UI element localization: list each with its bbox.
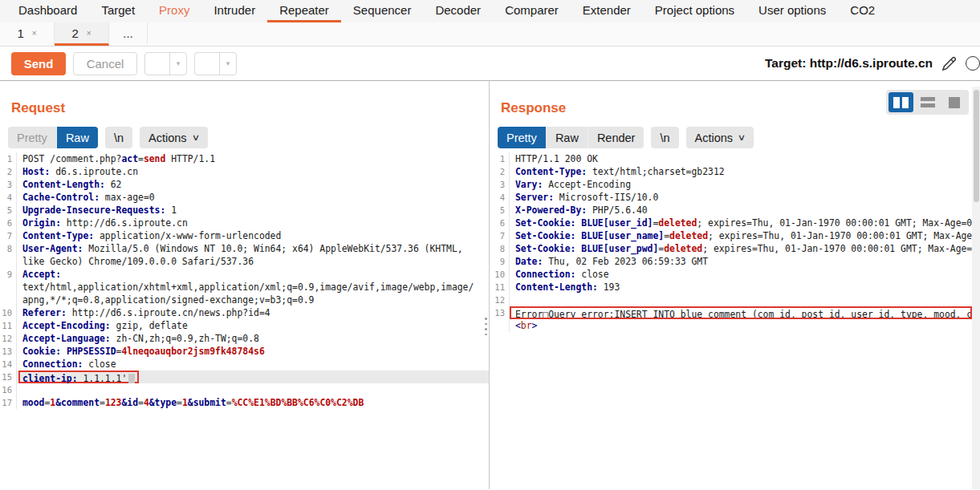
- line-number: [490, 319, 510, 332]
- request-line-5[interactable]: 5Upgrade-Insecure-Requests: 1: [0, 204, 489, 217]
- request-line-15[interactable]: 15client-ip: 1.1.1.1': [0, 371, 489, 383]
- line-number: 1: [0, 152, 17, 165]
- clipped-circle-icon[interactable]: [966, 56, 980, 71]
- line-number: 8: [490, 242, 510, 255]
- request-tab-raw[interactable]: Raw: [56, 127, 98, 148]
- back-dropdown-icon[interactable]: ▾: [169, 53, 186, 75]
- tab-label: 1: [17, 26, 23, 40]
- view-columns-button[interactable]: [889, 92, 913, 112]
- line-number: 16: [0, 383, 17, 396]
- response-line-9[interactable]: 9Date: Thu, 02 Feb 2023 06:59:33 GMT: [490, 255, 972, 268]
- response-line-4[interactable]: 4Server: Microsoft-IIS/10.0: [490, 191, 972, 204]
- menu-item-extender[interactable]: Extender: [571, 0, 643, 22]
- request-line-4[interactable]: 4Cache-Control: max-age=0: [0, 191, 489, 204]
- menu-item-proxy[interactable]: Proxy: [147, 0, 201, 22]
- next-request-button[interactable]: > ▾: [194, 52, 237, 75]
- response-scrollbar[interactable]: [972, 87, 980, 489]
- request-tab-newline[interactable]: \n: [105, 127, 132, 148]
- view-single-button[interactable]: [941, 92, 966, 112]
- scrollbar-thumb[interactable]: [974, 90, 979, 202]
- response-line-3[interactable]: 3Vary: Accept-Encoding: [490, 178, 972, 191]
- request-line-17[interactable]: 17mood=1&comment=123&id=4&type=1&submit=…: [0, 396, 489, 409]
- menu-item-user-options[interactable]: User options: [746, 0, 838, 22]
- response-subtabs: Pretty Raw Render \n Actions ∨: [498, 127, 980, 148]
- request-line-7[interactable]: 7Content-Type: application/x-www-form-ur…: [0, 229, 489, 242]
- response-actions-menu[interactable]: Actions ∨: [686, 127, 754, 148]
- response-line-1[interactable]: 1HTTP/1.1 200 OK: [490, 152, 972, 165]
- menu-item-project-options[interactable]: Project options: [643, 0, 746, 22]
- response-line-5[interactable]: 5X-Powered-By: PHP/5.6.40: [490, 204, 972, 217]
- repeater-tab-2[interactable]: 2×: [55, 22, 109, 46]
- request-line-wrap-8[interactable]: like Gecko) Chrome/109.0.0.0 Safari/537.…: [0, 255, 489, 268]
- menu-item-intruder[interactable]: Intruder: [201, 0, 267, 22]
- response-line-2[interactable]: 2Content-Type: text/html;charset=gb2312: [490, 165, 972, 178]
- line-content: text/html,application/xhtml+xml,applicat…: [17, 281, 489, 294]
- repeater-tab-[interactable]: ...: [109, 22, 148, 46]
- edit-pencil-icon[interactable]: [940, 55, 958, 73]
- line-content: Accept-Language: zh-CN,zh;q=0.9,zh-TW;q=…: [17, 332, 489, 345]
- request-line-9[interactable]: 9Accept:: [0, 268, 489, 281]
- line-content: Accept:: [17, 268, 489, 281]
- line-number: 13: [490, 306, 510, 319]
- response-tab-render[interactable]: Render: [588, 127, 645, 148]
- response-line-7[interactable]: 7Set-Cookie: BLUE[user_name]=deleted; ex…: [490, 229, 972, 242]
- request-line-wrap-11[interactable]: apng,*/*;q=0.8,application/signed-exchan…: [0, 294, 489, 306]
- line-content: Upgrade-Insecure-Requests: 1: [17, 204, 489, 217]
- request-line-6[interactable]: 6Origin: http://d6.s.iproute.cn: [0, 217, 489, 229]
- response-tab-raw[interactable]: Raw: [546, 127, 588, 148]
- close-icon[interactable]: ×: [32, 29, 37, 38]
- line-number: 12: [490, 294, 510, 306]
- line-number: 5: [0, 204, 17, 217]
- request-line-3[interactable]: 3Content-Length: 62: [0, 178, 489, 191]
- request-line-13[interactable]: 13Cookie: PHPSESSID=4lneqoauqbor2jsm9fk4…: [0, 345, 489, 358]
- send-button[interactable]: Send: [11, 52, 66, 75]
- chevron-down-icon: ∨: [738, 132, 746, 143]
- line-content: Content-Type: application/x-www-form-url…: [17, 229, 489, 242]
- request-line-1[interactable]: 1POST /comment.php?act=send HTTP/1.1: [0, 152, 489, 165]
- line-content: like Gecko) Chrome/109.0.0.0 Safari/537.…: [17, 255, 489, 268]
- menu-item-target[interactable]: Target: [89, 0, 147, 22]
- menu-item-dashboard[interactable]: Dashboard: [6, 0, 89, 22]
- repeater-tab-1[interactable]: 1×: [0, 22, 55, 46]
- response-line-11[interactable]: 11Content-Length: 193: [490, 281, 972, 294]
- response-line-8[interactable]: 8Set-Cookie: BLUE[user_pwd]=deleted; exp…: [490, 242, 972, 255]
- response-line-wrap-13[interactable]: <br>: [490, 319, 972, 332]
- request-line-10[interactable]: 10Referer: http://d6.s.iproute.cn/news.p…: [0, 306, 489, 319]
- line-content: User-Agent: Mozilla/5.0 (Windows NT 10.0…: [17, 242, 489, 255]
- request-tab-pretty[interactable]: Pretty: [8, 127, 56, 148]
- response-line-12[interactable]: 12: [490, 294, 972, 306]
- response-line-10[interactable]: 10Connection: close: [490, 268, 972, 281]
- line-content: client-ip: 1.1.1.1': [17, 371, 489, 383]
- request-line-2[interactable]: 2Host: d6.s.iproute.cn: [0, 165, 489, 178]
- view-rows-button[interactable]: [915, 92, 940, 112]
- request-panel: Request Pretty Raw \n Actions ∨ 1POST /c…: [0, 81, 490, 489]
- close-icon[interactable]: ×: [87, 29, 91, 38]
- repeater-tab-bar: 1×2×...: [0, 22, 980, 47]
- response-tab-pretty[interactable]: Pretty: [498, 127, 546, 148]
- menu-item-decoder[interactable]: Decoder: [423, 0, 493, 22]
- response-line-6[interactable]: 6Set-Cookie: BLUE[user_id]=deleted; expi…: [490, 217, 972, 229]
- menu-item-comparer[interactable]: Comparer: [493, 0, 571, 22]
- request-line-12[interactable]: 12Accept-Language: zh-CN,zh;q=0.9,zh-TW;…: [0, 332, 489, 345]
- forward-arrow-icon[interactable]: >: [195, 53, 219, 75]
- cancel-button[interactable]: Cancel: [73, 52, 137, 75]
- menu-item-co2[interactable]: CO2: [838, 0, 887, 22]
- previous-request-button[interactable]: < ▾: [144, 52, 187, 75]
- response-editor[interactable]: 1HTTP/1.1 200 OK2Content-Type: text/html…: [490, 152, 972, 489]
- split-divider-handle[interactable]: [485, 318, 487, 335]
- line-content: <br>: [510, 319, 972, 332]
- response-line-13[interactable]: 13Error□Query error:INSERT INTO blue_com…: [490, 306, 972, 319]
- request-line-11[interactable]: 11Accept-Encoding: gzip, deflate: [0, 319, 489, 332]
- request-line-wrap-10[interactable]: text/html,application/xhtml+xml,applicat…: [0, 281, 489, 294]
- line-number: 3: [490, 178, 510, 191]
- back-arrow-icon[interactable]: <: [145, 53, 169, 75]
- response-tab-newline[interactable]: \n: [651, 127, 678, 148]
- request-line-16[interactable]: 16: [0, 383, 489, 396]
- forward-dropdown-icon[interactable]: ▾: [219, 53, 236, 75]
- request-line-8[interactable]: 8User-Agent: Mozilla/5.0 (Windows NT 10.…: [0, 242, 489, 255]
- menu-item-sequencer[interactable]: Sequencer: [341, 0, 424, 22]
- request-editor[interactable]: 1POST /comment.php?act=send HTTP/1.12Hos…: [0, 152, 489, 489]
- menu-item-repeater[interactable]: Repeater: [267, 0, 341, 22]
- request-line-14[interactable]: 14Connection: close: [0, 358, 489, 371]
- request-actions-menu[interactable]: Actions ∨: [140, 127, 208, 148]
